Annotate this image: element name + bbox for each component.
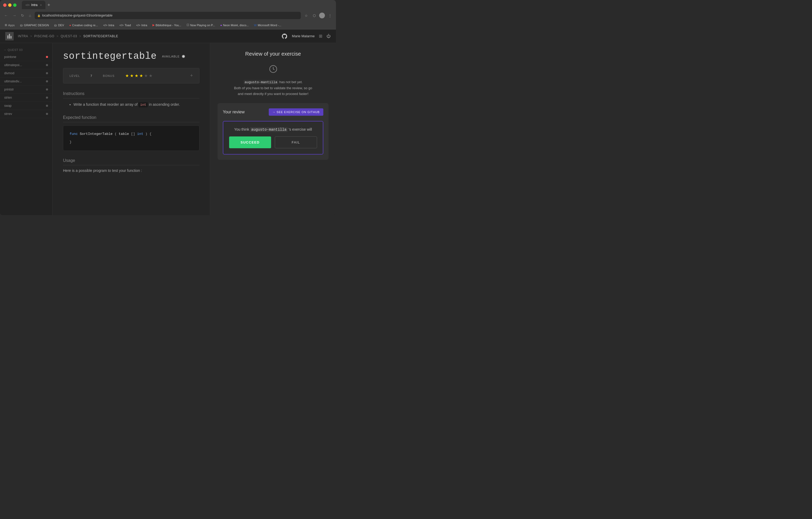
browser-tab[interactable]: </> Intra × xyxy=(22,1,46,9)
sidebar-dot xyxy=(46,113,48,115)
available-label: AVAILABLE xyxy=(162,55,180,58)
minimize-button[interactable] xyxy=(8,3,11,7)
power-icon[interactable]: ⏻ xyxy=(326,34,331,38)
right-panel: Review of your exercise augusto-mantilla… xyxy=(210,43,336,215)
breadcrumb-quest[interactable]: QUEST-03 xyxy=(61,34,77,38)
maximize-button[interactable] xyxy=(13,3,17,7)
address-bar[interactable]: 🔒 localhost/intra/piscine-go/quest-03/so… xyxy=(35,12,301,19)
bookmarks-bar: ⊞ Apps 🗂 GRAPHIC DESIGN 🗂 DEV ● Creative… xyxy=(0,21,336,29)
stars: ★ ★ ★ ★ ★ ★ xyxy=(125,73,152,78)
sidebar-dot xyxy=(46,64,48,66)
sidebar-item-ultimatepoi[interactable]: ultimatepoi... xyxy=(0,61,52,69)
sidebar-item-label: ultimatepoi... xyxy=(4,63,22,67)
tab-close-button[interactable]: × xyxy=(40,4,42,6)
app-header: INTRA > PISCINE-GO > QUEST-03 > SORTINTE… xyxy=(0,29,336,43)
new-tab-button[interactable]: + xyxy=(46,2,52,8)
refresh-button[interactable]: ↻ xyxy=(20,12,25,19)
title-bar: </> Intra × + xyxy=(0,0,336,10)
section-minus: − xyxy=(4,48,6,51)
breadcrumb-sep-3: > xyxy=(79,34,81,38)
code-func-name: SortIntegerTable xyxy=(80,132,113,136)
code-inline-int: int xyxy=(139,102,148,107)
extensions-icon[interactable]: ⬡ xyxy=(311,12,317,18)
sidebar-item-strrev[interactable]: strrev xyxy=(0,110,52,118)
home-button[interactable]: ⌂ xyxy=(28,12,32,19)
bookmark-bibliotheque[interactable]: ▶ Bibliothèque - You... xyxy=(150,23,183,28)
close-button[interactable] xyxy=(3,3,6,7)
tab-label: Intra xyxy=(31,3,37,7)
bookmark-neon-moire[interactable]: ● Neon Moiré, disco... xyxy=(218,23,251,28)
breadcrumb-intra[interactable]: INTRA xyxy=(18,34,28,38)
sidebar-item-label: pointone xyxy=(4,55,16,59)
sidebar-item-pointone[interactable]: pointone xyxy=(0,53,52,61)
star-icon[interactable]: ☆ xyxy=(303,12,309,18)
main-content: INTRA > PISCINE-GO > QUEST-03 > SORTINTE… xyxy=(0,29,336,215)
bookmark-apps[interactable]: ⊞ Apps xyxy=(3,23,17,28)
bookmark-now-playing[interactable]: ☐ Now Playing on P... xyxy=(184,23,217,28)
verdict-prefix: You think xyxy=(234,127,249,132)
bookmark-intra[interactable]: </> Intra xyxy=(101,23,116,28)
clock-area: augusto-mantilla has not bet yet. Both o… xyxy=(218,64,328,97)
usage-section: Usage Here is a possible program to test… xyxy=(63,158,199,173)
sidebar-dot xyxy=(46,96,48,99)
sidebar-dot xyxy=(46,88,48,90)
app-logo xyxy=(5,32,13,40)
your-review-header: Your review → SEE EXERCISE ON GITHUB xyxy=(223,108,323,116)
level-box: LEVEL 7 BONUS ★ ★ ★ ★ ★ ★ + xyxy=(63,68,199,83)
star-2: ★ xyxy=(130,73,134,78)
code-icon-toad: </> xyxy=(119,24,124,27)
star-4: ★ xyxy=(139,73,143,78)
breadcrumb-piscine[interactable]: PISCINE-GO xyxy=(34,34,55,38)
bookmark-label-word: Microsoft Word -... xyxy=(258,24,281,27)
sidebar-item-divmod[interactable]: divmod xyxy=(0,69,52,78)
bookmark-toad[interactable]: </> Toad xyxy=(117,23,133,28)
code-open-brace: { xyxy=(149,132,151,136)
level-plus-icon[interactable]: + xyxy=(190,73,193,79)
bookmark-dev[interactable]: 🗂 DEV xyxy=(52,23,66,28)
code-param-type: int xyxy=(137,132,143,136)
bookmark-label-toad: Toad xyxy=(125,24,131,27)
bonus-label: BONUS xyxy=(103,74,115,78)
bookmark-label-now: Now Playing on P... xyxy=(190,24,215,27)
avatar xyxy=(319,12,325,18)
bookmark-label-intra: Intra xyxy=(108,24,114,27)
available-badge: AVAILABLE xyxy=(162,55,185,58)
sidebar-item-swap[interactable]: swap xyxy=(0,102,52,110)
logo-bar-3 xyxy=(10,36,11,38)
star-1: ★ xyxy=(125,73,129,78)
bookmark-graphic-design[interactable]: 🗂 GRAPHIC DESIGN xyxy=(18,23,51,28)
usage-title: Usage xyxy=(63,158,199,165)
bookmark-microsoft-word[interactable]: W Microsoft Word -... xyxy=(252,23,284,28)
code-close-brace: } xyxy=(69,140,71,144)
review-text-3: and meet directly if you want to proceed… xyxy=(238,92,309,96)
sidebar-dot xyxy=(46,72,48,74)
url-text: localhost/intra/piscine-go/quest-03/sort… xyxy=(42,13,112,17)
grid-icon[interactable]: ⊞ xyxy=(319,34,322,38)
bookmark-creative-coding[interactable]: ● Creative coding re... xyxy=(67,23,100,28)
see-github-button[interactable]: → SEE EXERCISE ON GITHUB xyxy=(269,108,323,116)
sidebar-item-strlen[interactable]: strlen xyxy=(0,94,52,102)
back-button[interactable]: ← xyxy=(3,12,9,19)
usage-text: Here is a possible program to test your … xyxy=(63,169,199,173)
verdict-box: You think augusto-mantilla 's exercise w… xyxy=(223,121,323,154)
bookmark-intra2[interactable]: </> Intra xyxy=(134,23,149,28)
sidebar-item-ultimatediv[interactable]: ultimatediv... xyxy=(0,78,52,86)
sidebar-item-label: strlen xyxy=(4,96,12,99)
traffic-lights xyxy=(3,3,17,7)
word-icon: W xyxy=(254,24,257,27)
succeed-button[interactable]: SUCCEED xyxy=(229,137,271,148)
forward-button[interactable]: → xyxy=(11,12,17,19)
instructions-section: Instructions Write a function that reord… xyxy=(63,91,199,108)
fail-button[interactable]: FAIL xyxy=(275,137,317,148)
sidebar-item-printstr[interactable]: printstr xyxy=(0,86,52,94)
exercise-title: sortintegertable xyxy=(63,51,157,62)
menu-icon[interactable]: ⋮ xyxy=(327,12,333,18)
verdict-username: augusto-mantilla xyxy=(250,127,287,132)
instruction-item: Write a function that reorder an array o… xyxy=(74,102,199,108)
account-icon[interactable] xyxy=(319,12,325,18)
sidebar-item-label: divmod xyxy=(4,71,14,75)
github-icon[interactable] xyxy=(281,33,288,39)
bookmark-label-creative: Creative coding re... xyxy=(72,24,98,27)
nav-actions: ☆ ⬡ ⋮ xyxy=(303,12,333,18)
code-block: func SortIntegerTable ( table [] int ) { xyxy=(63,125,199,151)
